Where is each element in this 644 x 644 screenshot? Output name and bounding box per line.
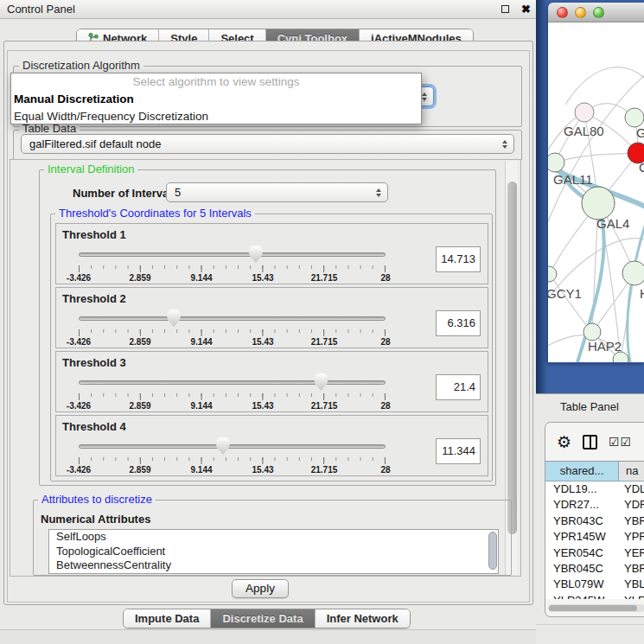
slider-track[interactable]	[79, 444, 386, 449]
threshold-1-label: Threshold 1	[62, 228, 126, 241]
column-header-name[interactable]: na	[619, 462, 644, 481]
node-hap2[interactable]	[583, 323, 601, 341]
threshold-4-slider[interactable]: -3.4262.8599.14415.4321.71528	[79, 437, 386, 475]
tick-label: 2.859	[129, 273, 150, 283]
table-cell[interactable]: YDL19	[619, 481, 644, 497]
tick-label: 15.43	[252, 465, 273, 475]
threshold-1-value-field[interactable]: 14.713	[436, 246, 481, 272]
scrollbar-thumb[interactable]	[507, 182, 517, 534]
table-cell[interactable]: YDL19...	[545, 481, 619, 497]
dropdown-option-manual[interactable]: Manual Discretization	[11, 91, 421, 108]
section-divider	[536, 624, 644, 625]
attribute-list-item[interactable]: TopologicalCoefficient	[49, 545, 498, 559]
node-gal4[interactable]	[582, 187, 615, 220]
node-gcy1[interactable]	[548, 266, 557, 282]
network-graph: GAL80 GA C GAL11 GAL4 GCY1 H HAP2	[548, 22, 644, 362]
node-top-right[interactable]	[625, 108, 644, 127]
tick-label: 28	[380, 337, 390, 347]
table-cell[interactable]: YPR145W	[545, 529, 619, 545]
threshold-1-slider[interactable]: -3.4262.8599.14415.4321.71528	[79, 245, 386, 283]
table-row[interactable]: YER054CYER05	[545, 545, 644, 561]
table-cell[interactable]: YBR04	[619, 513, 644, 529]
tick-label: 15.43	[252, 401, 273, 411]
table-cell[interactable]: YBL079W	[545, 577, 619, 592]
tab-infer-network[interactable]: Infer Network	[316, 609, 410, 628]
attribute-list-item[interactable]: BetweennessCentrality	[49, 558, 498, 573]
minimize-traffic-light-icon[interactable]	[575, 7, 586, 18]
column-layout-icon[interactable]	[583, 435, 597, 450]
combo-arrows-icon	[422, 92, 427, 101]
slider-major-ticks	[79, 265, 386, 272]
slider-track[interactable]	[79, 252, 386, 257]
network-window-titlebar[interactable]	[548, 3, 644, 22]
slider-thumb[interactable]	[216, 437, 230, 455]
numerical-attributes-list[interactable]: SelfLoopsTopologicalCoefficientBetweenne…	[48, 529, 499, 574]
table-row[interactable]: YBR045CYBR04	[545, 561, 644, 577]
tab-impute-data[interactable]: Impute Data	[124, 609, 211, 628]
dropdown-placeholder-item[interactable]: Select algorithm to view settings	[11, 73, 421, 91]
table-row[interactable]: YLR345WYLR34	[545, 593, 644, 599]
column-header-shared-name[interactable]: shared...	[545, 462, 619, 481]
network-canvas[interactable]: GAL80 GA C GAL11 GAL4 GCY1 H HAP2	[548, 22, 644, 362]
table-cell[interactable]: YLR345W	[545, 593, 619, 599]
node-h[interactable]	[622, 261, 644, 285]
slider-track[interactable]	[79, 380, 386, 385]
slider-major-ticks	[79, 329, 386, 336]
table-panel-title: Table Panel	[560, 400, 619, 413]
slider-major-ticks	[79, 393, 386, 400]
table-cell[interactable]: YBR045C	[545, 561, 619, 577]
threshold-4-value-field[interactable]: 11.344	[436, 438, 481, 464]
node-label-gal11: GAL11	[553, 172, 593, 187]
slider-thumb[interactable]	[314, 373, 328, 391]
table-cell[interactable]: YPR14	[619, 529, 644, 545]
threshold-2-value-field[interactable]: 6.316	[436, 310, 481, 336]
table-row[interactable]: YBL079WYBL07	[545, 577, 644, 592]
table-cell[interactable]: YDR27...	[545, 497, 619, 513]
apply-button[interactable]: Apply	[232, 579, 289, 598]
algorithm-dropdown-popup: Select algorithm to view settings Manual…	[10, 73, 422, 124]
close-traffic-light-icon[interactable]	[557, 7, 568, 18]
threshold-3-slider[interactable]: -3.4262.8599.14415.4321.71528	[79, 373, 386, 411]
select-all-checkbox-icon[interactable]: ☑☑	[609, 435, 632, 449]
node-label-gal80: GAL80	[564, 124, 604, 138]
gear-icon[interactable]: ⚙	[557, 434, 571, 450]
attribute-list-item[interactable]: SelfLoops	[49, 530, 498, 545]
table-row[interactable]: YDL19...YDL19	[545, 481, 644, 497]
close-icon[interactable]: ✖	[521, 3, 531, 15]
horizontal-scrollbar[interactable]	[548, 604, 644, 612]
num-intervals-combobox[interactable]: 5	[166, 182, 388, 202]
slider-track[interactable]	[79, 316, 386, 321]
node-gal80[interactable]	[575, 103, 594, 122]
slider-thumb[interactable]	[167, 309, 181, 327]
table-cell[interactable]: YER05	[619, 545, 644, 561]
slider-thumb[interactable]	[249, 245, 263, 263]
tick-label: 9.144	[190, 401, 212, 411]
float-icon[interactable]	[501, 5, 509, 13]
table-cell[interactable]: YLR34	[619, 593, 644, 599]
threshold-2-panel: Threshold 2 -3.4262.8599.14415.4321.7152…	[55, 287, 488, 348]
table-data-combobox[interactable]: galFiltered.sif default node	[21, 134, 514, 154]
threshold-3-value-field[interactable]: 21.4	[436, 374, 481, 400]
node-label-hap2: HAP2	[588, 339, 622, 354]
zoom-traffic-light-icon[interactable]	[593, 7, 604, 18]
table-cell[interactable]: YBL07	[619, 577, 644, 592]
table-cell[interactable]: YDR27	[619, 497, 644, 513]
attribute-items: SelfLoopsTopologicalCoefficientBetweenne…	[49, 530, 498, 573]
table-cell[interactable]: YER054C	[545, 545, 619, 561]
table-row[interactable]: YPR145WYPR14	[545, 529, 644, 545]
hscrollbar-thumb[interactable]	[549, 605, 637, 611]
node-gal11[interactable]	[548, 153, 564, 172]
table-row[interactable]: YBR043CYBR04	[545, 513, 644, 529]
table-row[interactable]: YDR27...YDR27	[545, 497, 644, 513]
threshold-2-slider[interactable]: -3.4262.8599.14415.4321.71528	[79, 309, 386, 347]
dropdown-option-equal-width[interactable]: Equal Width/Frequency Discretization	[11, 108, 421, 125]
panel-title: Control Panel	[7, 3, 75, 16]
network-view-window[interactable]: GAL80 GA C GAL11 GAL4 GCY1 H HAP2	[548, 3, 644, 363]
table-cell[interactable]: YBR043C	[545, 513, 619, 529]
thresholds-group-label: Threshold's Coordinates for 5 Intervals	[55, 207, 255, 220]
slider-tick-labels: -3.4262.8599.14415.4321.71528	[79, 273, 386, 284]
table-cell[interactable]: YBR04	[619, 561, 644, 577]
tick-label: 9.144	[190, 337, 212, 347]
tab-discretize-data[interactable]: Discretize Data	[211, 609, 315, 628]
list-scrollbar-thumb[interactable]	[488, 532, 497, 570]
